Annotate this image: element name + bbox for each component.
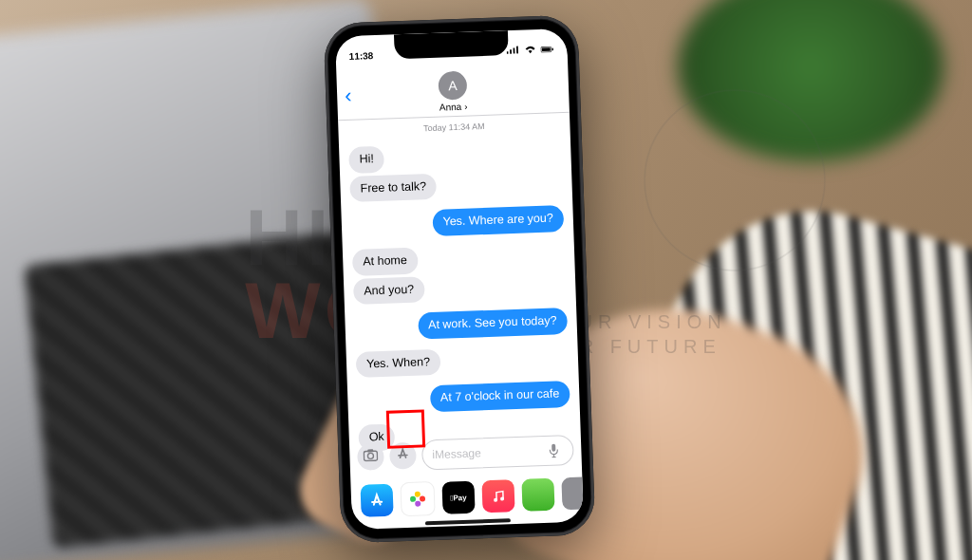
iphone-frame: 11:38 ‹ bbox=[324, 14, 596, 543]
received-message-bubble[interactable]: Free to talk? bbox=[349, 173, 437, 202]
imessage-app-drawer[interactable]: Pay bbox=[350, 473, 583, 522]
photo-scene: HITECH WORK YOUR VISION OUR FUTURE 11:38 bbox=[0, 0, 972, 560]
wifi-icon bbox=[523, 45, 536, 54]
music-app-icon[interactable] bbox=[481, 479, 514, 513]
received-message-bubble[interactable]: Yes. When? bbox=[356, 349, 441, 379]
svg-rect-3 bbox=[516, 47, 518, 54]
message-input[interactable]: iMessage bbox=[421, 435, 574, 471]
camera-icon bbox=[363, 448, 379, 466]
app-store-app-icon[interactable] bbox=[361, 484, 394, 517]
microphone-icon[interactable] bbox=[548, 442, 564, 458]
conversation-header: ‹ A Anna › bbox=[336, 63, 570, 121]
contact-button[interactable]: A Anna › bbox=[438, 70, 467, 112]
svg-rect-2 bbox=[514, 48, 515, 54]
svg-rect-1 bbox=[510, 50, 512, 54]
svg-point-8 bbox=[367, 453, 373, 458]
home-indicator[interactable] bbox=[425, 518, 511, 525]
status-time: 11:38 bbox=[349, 50, 374, 62]
photos-app-icon[interactable] bbox=[400, 481, 435, 516]
contact-avatar-icon: A bbox=[438, 70, 467, 100]
svg-rect-0 bbox=[507, 51, 509, 54]
camera-button[interactable] bbox=[357, 443, 384, 471]
sent-message-bubble[interactable]: At work. See you today? bbox=[418, 308, 568, 339]
message-thread[interactable]: Hi!Free to talk?Yes. Where are you?At ho… bbox=[339, 132, 581, 452]
message-placeholder: iMessage bbox=[432, 446, 481, 461]
svg-rect-9 bbox=[367, 449, 373, 452]
received-message-bubble[interactable]: And you? bbox=[353, 276, 425, 305]
svg-rect-10 bbox=[551, 444, 555, 452]
svg-rect-5 bbox=[542, 47, 551, 51]
cellular-signal-icon bbox=[506, 46, 519, 55]
plant-blur bbox=[678, 0, 944, 161]
sent-message-bubble[interactable]: At 7 o'clock in our cafe bbox=[430, 381, 570, 412]
received-message-bubble[interactable]: At home bbox=[352, 247, 418, 275]
svg-point-14 bbox=[410, 496, 416, 502]
apple-pay-app-icon[interactable]: Pay bbox=[441, 481, 475, 514]
svg-point-12 bbox=[420, 495, 425, 501]
battery-icon bbox=[540, 44, 553, 53]
red-highlight-annotation bbox=[386, 409, 425, 448]
svg-point-11 bbox=[415, 492, 421, 497]
svg-point-13 bbox=[415, 501, 421, 507]
phone-screen: 11:38 ‹ bbox=[335, 28, 584, 530]
app-store-icon bbox=[395, 446, 411, 466]
contact-name: Anna › bbox=[439, 101, 468, 112]
activity-app-icon[interactable] bbox=[521, 478, 554, 512]
sent-message-bubble[interactable]: Yes. Where are you? bbox=[432, 205, 564, 235]
back-button[interactable]: ‹ bbox=[345, 84, 352, 108]
svg-rect-6 bbox=[551, 48, 552, 51]
memoji-app-icon[interactable] bbox=[561, 476, 583, 510]
received-message-bubble[interactable]: Hi! bbox=[348, 146, 384, 174]
notch bbox=[394, 30, 509, 59]
compose-row: iMessage bbox=[349, 429, 582, 478]
